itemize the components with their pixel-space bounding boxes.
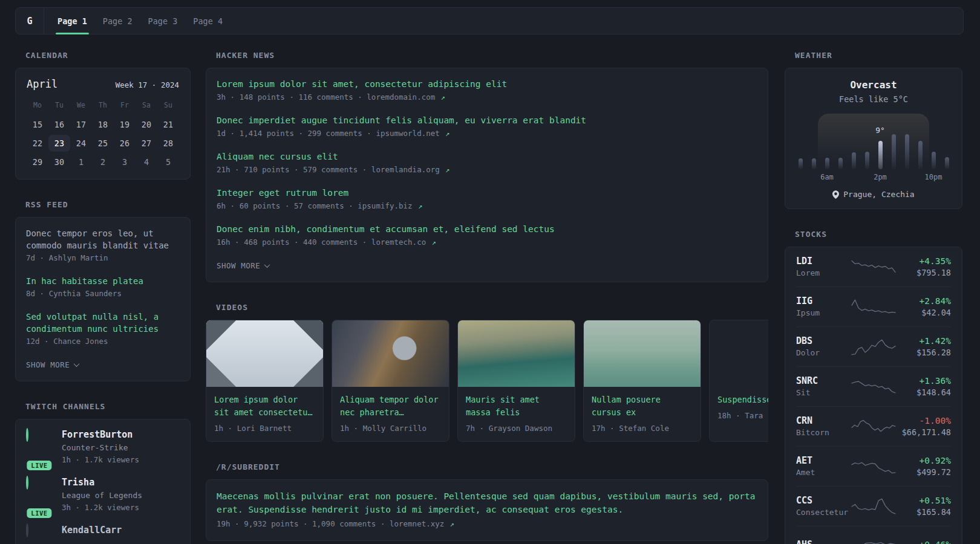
weather-bar: [905, 134, 909, 169]
nav-tab[interactable]: Page 3: [140, 8, 186, 34]
calendar-day: 28: [157, 135, 179, 152]
hacker-news-story[interactable]: Lorem ipsum dolor sit amet, consectetur …: [217, 78, 757, 103]
videos-section-label: VIDEOS: [216, 303, 768, 312]
stock-row[interactable]: LDI Lorem +4.35% $795.18: [796, 247, 951, 287]
stock-name: Dolor: [796, 348, 851, 358]
twitch-channel[interactable]: LIVE ForrestBurton Counter-Strike 1h · 1…: [26, 429, 180, 465]
rss-item[interactable]: In hac habitasse platea 8d · Cynthia Sau…: [26, 275, 180, 299]
stock-ticker: DBS: [796, 335, 851, 346]
channel-name: KendallCarr: [62, 525, 122, 536]
calendar-day: 30: [48, 154, 70, 170]
calendar-month: April: [27, 78, 57, 90]
video-thumbnail: [206, 320, 323, 387]
stock-row[interactable]: AET Amet +0.92% $499.72: [796, 446, 951, 486]
nav-tab[interactable]: Page 2: [95, 8, 140, 34]
rss-item[interactable]: Sed volutpat nulla nisl, a condimentum n…: [26, 311, 180, 347]
weather-now-temp: 9°: [875, 126, 885, 135]
rss-item-title: Sed volutpat nulla nisl, a condimentum n…: [26, 311, 180, 335]
video-card[interactable]: Suspendisse diam 18h · Tara: [709, 320, 768, 442]
stock-row[interactable]: SNRC Sit +1.36% $148.64: [796, 366, 951, 406]
show-more-label: SHOW MORE: [26, 360, 70, 369]
calendar-day: 25: [92, 135, 114, 152]
stock-sparkline: [851, 456, 897, 477]
calendar-day: 20: [136, 116, 157, 133]
stock-price: $42.04: [897, 308, 951, 318]
stock-sparkline: [851, 496, 897, 517]
stock-row[interactable]: AHS +0.46%: [796, 526, 951, 544]
rss-item-title: Donec tempor eros leo, ut commodo mauris…: [26, 227, 180, 251]
hacker-news-story[interactable]: Aliquam nec cursus elit 21h · 710 points…: [217, 151, 757, 175]
nav-tab[interactable]: Page 1: [50, 8, 95, 34]
stock-row[interactable]: IIG Ipsum +2.84% $42.04: [796, 287, 951, 326]
stock-sparkline: [851, 257, 897, 277]
weather-bar: [918, 141, 923, 169]
video-title: Suspendisse diam: [717, 393, 768, 406]
weather-bar: [892, 134, 896, 169]
twitch-section-label: TWITCH CHANNELS: [25, 402, 191, 411]
show-more-label: SHOW MORE: [217, 261, 260, 270]
stock-ticker: LDI: [796, 256, 851, 267]
calendar-day: 15: [27, 116, 48, 133]
hacker-news-story[interactable]: Donec imperdiet augue tincidunt felis al…: [217, 114, 757, 139]
weather-time-axis: 6am2pm10pm: [796, 173, 951, 183]
hacker-news-story[interactable]: Integer eget rutrum lorem 6h · 60 points…: [217, 187, 757, 212]
videos-carousel: Lorem ipsum dolor sit amet consectetu… 1…: [206, 320, 768, 442]
weather-time-label: 10pm: [925, 173, 942, 181]
stock-row[interactable]: CRN Bitcorn -1.00% $66,171.48: [796, 406, 951, 446]
calendar-day: 5: [157, 154, 179, 170]
rss-show-more-button[interactable]: SHOW MORE: [26, 360, 79, 369]
hn-show-more-button[interactable]: SHOW MORE: [217, 261, 269, 270]
video-card[interactable]: Lorem ipsum dolor sit amet consectetu… 1…: [206, 320, 324, 442]
app-logo[interactable]: G: [16, 8, 44, 34]
calendar-day: 21: [157, 116, 179, 133]
calendar-day: 19: [114, 116, 136, 133]
stock-row[interactable]: DBS Dolor +1.42% $156.28: [796, 326, 951, 366]
stock-price: $66,171.48: [897, 427, 951, 438]
weather-hourly-chart: 9°: [796, 114, 951, 169]
stock-ticker: CCS: [796, 495, 851, 506]
video-card[interactable]: Nullam posuere cursus ex 17h · Stefan Co…: [583, 320, 701, 442]
stocks-section-label: STOCKS: [795, 230, 962, 239]
nav-tabs: Page 1Page 2Page 3Page 4: [44, 8, 230, 34]
calendar-day-name: Th: [92, 99, 114, 114]
external-link-icon: ↗: [441, 93, 445, 102]
stock-name: Bitcorn: [796, 427, 851, 438]
story-title: Lorem ipsum dolor sit amet, consectetur …: [217, 78, 757, 91]
rss-item-meta: 8d · Cynthia Saunders: [26, 288, 180, 299]
video-title: Aliquam tempor dolor nec pharetra…: [340, 393, 441, 419]
external-link-icon: ↗: [450, 520, 454, 528]
story-title: Donec enim nibh, condimentum et accumsan…: [217, 223, 757, 236]
rss-item[interactable]: Donec tempor eros leo, ut commodo mauris…: [26, 227, 180, 264]
videos-widget: VIDEOS Lorem ipsum dolor sit amet consec…: [206, 303, 768, 442]
external-link-icon: ↗: [445, 166, 449, 174]
video-meta: 1h · Molly Carrillo: [340, 424, 441, 433]
calendar-day-name: Mo: [27, 99, 48, 114]
calendar-day-name: We: [70, 99, 92, 114]
stock-sparkline: [851, 377, 897, 397]
stock-sparkline: [851, 535, 897, 544]
middle-column: HACKER NEWS Lorem ipsum dolor sit amet, …: [206, 51, 768, 544]
nav-tab[interactable]: Page 4: [185, 8, 230, 34]
calendar-day: 1: [70, 154, 92, 170]
stock-price: $148.64: [897, 387, 951, 398]
twitch-channel[interactable]: LIVE KendallCarr: [26, 525, 180, 537]
calendar-day: 22: [27, 135, 48, 152]
video-card[interactable]: Mauris sit amet massa felis 7h · Grayson…: [457, 320, 575, 442]
calendar-grid: MoTuWeThFrSaSu15161718192021222324252627…: [27, 99, 179, 170]
reddit-post[interactable]: Maecenas mollis pulvinar erat non posuer…: [217, 490, 757, 529]
stock-row[interactable]: CCS Consectetur +0.51% $165.84: [796, 486, 951, 526]
calendar-day: 26: [114, 135, 136, 152]
story-title: Aliquam nec cursus elit: [217, 151, 757, 163]
hacker-news-section-label: HACKER NEWS: [216, 51, 768, 60]
stock-name: Consectetur: [796, 507, 851, 517]
story-title: Integer eget rutrum lorem: [217, 187, 757, 199]
video-card[interactable]: Aliquam tempor dolor nec pharetra… 1h · …: [332, 320, 449, 442]
hacker-news-story[interactable]: Donec enim nibh, condimentum et accumsan…: [217, 223, 757, 248]
stock-change: -1.00%: [897, 415, 951, 426]
calendar-week-year: Week 17 · 2024: [116, 80, 179, 89]
weather-widget: WEATHER Overcast Feels like 5°C 9° 6am2p…: [785, 51, 962, 209]
stock-change: +0.92%: [897, 455, 951, 466]
rss-item-title: In hac habitasse platea: [26, 275, 180, 287]
twitch-channel[interactable]: LIVE Trisha League of Legends 3h · 1.2k …: [26, 477, 180, 513]
weather-bar-now: [878, 141, 883, 169]
